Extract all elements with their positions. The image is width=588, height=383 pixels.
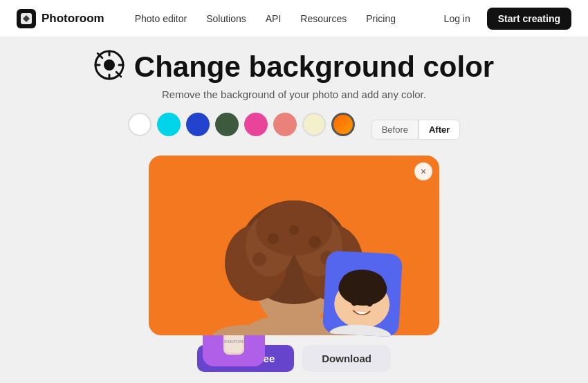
download-button[interactable]: Download [302,345,391,372]
swatch-dark-green[interactable] [215,113,239,136]
swatch-cyan[interactable] [157,113,181,136]
nav-link-pricing[interactable]: Pricing [358,9,404,28]
svg-point-36 [252,252,266,266]
main-content: Change background color Remove the backg… [0,37,588,383]
color-swatches [128,113,355,136]
title-area: Change background color [94,50,494,84]
swatch-pink[interactable] [244,113,268,136]
bg-color-icon [94,50,125,84]
controls-row: Before After [128,113,461,146]
start-creating-button[interactable]: Start creating [487,8,571,30]
after-button[interactable]: After [419,120,460,140]
svg-point-34 [309,236,321,248]
logo-icon [17,9,36,28]
swatch-white[interactable] [128,113,151,136]
svg-text:PARFUM: PARFUM [224,339,244,344]
page-subtitle: Remove the background of your photo and … [162,88,426,100]
nav-link-api[interactable]: API [257,9,290,28]
login-button[interactable]: Log in [436,9,479,28]
nav-link-solutions[interactable]: Solutions [198,9,255,28]
page-title: Change background color [134,51,494,83]
swatch-salmon[interactable] [273,113,297,136]
swatch-blue[interactable] [186,113,210,136]
swatch-orange-gradient[interactable] [331,113,355,136]
before-after-toggle: Before After [371,120,461,140]
logo[interactable]: Photoroom [17,9,104,28]
svg-point-2 [104,59,115,71]
svg-point-33 [268,233,279,244]
nav-link-photo-editor[interactable]: Photo editor [127,9,196,28]
nav-links: Photo editor Solutions API Resources Pri… [127,9,436,28]
swatch-cream[interactable] [302,113,326,136]
before-button[interactable]: Before [371,120,419,140]
floating-person-image [322,250,403,337]
nav-actions: Log in Start creating [436,8,571,30]
logo-text: Photoroom [42,12,104,26]
close-button[interactable]: × [414,162,432,180]
nav-link-resources[interactable]: Resources [292,9,355,28]
navbar: Photoroom Photo editor Solutions API Res… [0,0,588,37]
svg-point-35 [289,225,299,235]
